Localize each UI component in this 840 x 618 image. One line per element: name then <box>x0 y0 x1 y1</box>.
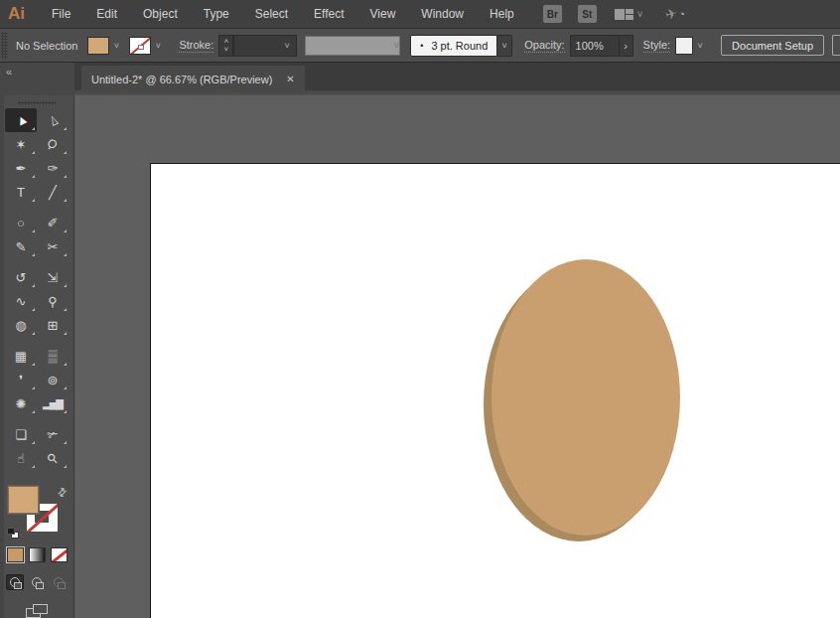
menu-object[interactable]: Object <box>130 7 191 21</box>
symbol-sprayer-tool-icon: ✺ <box>16 396 27 411</box>
screen-mode-icon-front <box>33 604 48 614</box>
brush-chevron-button[interactable]: ˅ <box>497 35 512 57</box>
puppet-warp-tool-icon: ⚲ <box>48 294 58 309</box>
menu-effect[interactable]: Effect <box>301 7 356 21</box>
scissors-tool-icon: ✂ <box>48 239 59 254</box>
blend-tool[interactable]: ⊚ <box>37 368 69 391</box>
menu-edit[interactable]: Edit <box>83 7 130 21</box>
mesh-tool-icon: ▦ <box>15 349 27 364</box>
curvature-tool[interactable]: ✑ <box>37 156 69 180</box>
style-label[interactable]: Style: <box>643 39 671 53</box>
width-profile-dropdown: ˅ <box>305 36 400 56</box>
perspective-grid-tool-icon: ⊞ <box>48 318 59 333</box>
menu-view[interactable]: View <box>357 7 409 21</box>
arrange-documents-chevron-icon[interactable]: ˅ <box>637 9 643 20</box>
style-chevron-icon[interactable]: ˅ <box>693 37 707 55</box>
drawing-modes-row <box>6 574 68 590</box>
menu-type[interactable]: Type <box>191 7 242 21</box>
type-tool[interactable]: T <box>5 180 37 204</box>
brush-definition-dropdown[interactable]: • 3 pt. Round <box>410 35 497 57</box>
menu-window[interactable]: Window <box>408 7 477 21</box>
opacity-input[interactable]: 100% <box>570 35 620 57</box>
screen-mode-button[interactable] <box>26 604 48 618</box>
draw-behind-icon <box>32 577 42 587</box>
blend-tool-icon: ⊚ <box>48 373 59 387</box>
preferences-button-partial[interactable] <box>832 35 840 56</box>
shape-builder-tool[interactable]: ◍ <box>5 313 37 337</box>
draw-normal-button[interactable] <box>6 574 24 590</box>
document-tab[interactable]: Untitled-2* @ 66.67% (RGB/Preview) ✕ <box>81 66 305 92</box>
stroke-weight-label[interactable]: Stroke: <box>179 39 213 53</box>
tools-panel-grip[interactable] <box>18 101 56 104</box>
opacity-options-button[interactable]: › <box>620 35 633 57</box>
lasso-tool[interactable]: Ϙ <box>37 132 69 156</box>
artboard[interactable] <box>150 163 840 618</box>
paintbrush-tool[interactable]: ✐ <box>37 211 69 234</box>
line-segment-tool[interactable]: ╱ <box>37 180 69 204</box>
draw-behind-button[interactable] <box>28 574 46 590</box>
tab-close-icon[interactable]: ✕ <box>286 74 294 84</box>
opacity-arrow-icon: › <box>624 40 628 52</box>
stroke-color-dropdown-swatch[interactable] <box>129 37 151 55</box>
adobe-stock-button[interactable]: St <box>578 5 597 23</box>
tool-dock-header: « <box>0 63 74 95</box>
scale-tool[interactable]: ⇲ <box>37 265 69 289</box>
scissors-tool[interactable]: ✂ <box>37 234 69 258</box>
none-button[interactable] <box>51 547 68 562</box>
column-graph-tool[interactable]: ▂▅▇ <box>37 391 69 415</box>
swap-fill-stroke-icon[interactable]: ⇄ <box>55 485 70 501</box>
direct-selection-tool[interactable]: ▻ <box>37 108 69 132</box>
gradient-tool[interactable]: ▒ <box>37 344 69 368</box>
mesh-tool[interactable]: ▦ <box>5 344 37 368</box>
style-swatch[interactable] <box>675 37 693 55</box>
control-bar: No Selection ˅ ˅ Stroke: ˄ ˅ ˅ ˅ • 3 pt.… <box>0 29 840 63</box>
arrange-documents-icon[interactable] <box>615 9 633 20</box>
stroke-weight-stepper[interactable]: ˄ ˅ <box>218 35 233 57</box>
gradient-button[interactable] <box>29 547 46 562</box>
stroke-weight-chevron-icon[interactable]: ˅ <box>280 37 294 55</box>
stroke-chevron-icon[interactable]: ˅ <box>151 37 165 55</box>
puppet-warp-tool[interactable]: ⚲ <box>37 289 69 313</box>
line-segment-tool-icon: ╱ <box>49 185 57 200</box>
magic-wand-tool[interactable]: ✶ <box>5 132 37 156</box>
zoom-tool-icon: ⚲ <box>44 450 61 467</box>
dock-edge <box>0 95 4 618</box>
stepper-down-icon[interactable]: ˅ <box>223 46 228 54</box>
perspective-grid-tool[interactable]: ⊞ <box>37 313 69 337</box>
zoom-tool[interactable]: ⚲ <box>37 446 69 470</box>
fill-chevron-icon[interactable]: ˅ <box>109 37 123 55</box>
shaper-tool[interactable]: ✎ <box>5 234 37 258</box>
ellipse-tool[interactable]: ○ <box>5 211 37 234</box>
ellipse-shape[interactable] <box>491 259 680 536</box>
workspace: ► ▻ ✶ Ϙ ✒ ✑ T ╱ ○ ✐ ✎ ✂ <box>0 95 840 618</box>
width-tool[interactable]: ∿ <box>5 289 37 313</box>
stroke-weight-dropdown[interactable]: ˅ <box>233 35 297 57</box>
go-to-bridge-button[interactable]: Br <box>543 5 562 23</box>
fill-swatch[interactable] <box>8 486 39 514</box>
hand-tool[interactable]: ☝ <box>5 446 37 470</box>
selection-tool[interactable]: ► <box>5 108 37 132</box>
fill-color-dropdown-swatch[interactable] <box>87 37 109 55</box>
eyedropper-tool[interactable]: ❜ <box>5 368 37 391</box>
collapse-panel-icon[interactable]: « <box>6 66 11 77</box>
color-mode-row <box>7 547 68 562</box>
pen-tool[interactable]: ✒ <box>5 156 37 180</box>
rocket-icon: ✈ <box>663 5 678 23</box>
artboard-tool[interactable]: ❏ <box>5 422 37 446</box>
menu-select[interactable]: Select <box>242 7 301 21</box>
menu-file[interactable]: File <box>39 7 83 21</box>
color-button[interactable] <box>7 547 24 562</box>
symbol-sprayer-tool[interactable]: ✺ <box>5 391 37 415</box>
gradient-tool-icon: ▒ <box>48 349 57 364</box>
default-fill-stroke-button[interactable] <box>7 528 19 539</box>
menu-help[interactable]: Help <box>477 7 527 21</box>
rotate-tool[interactable]: ↺ <box>5 265 37 289</box>
slice-tool[interactable]: ✃ <box>37 422 69 446</box>
opacity-label[interactable]: Opacity: <box>524 39 564 53</box>
eyedropper-tool-icon: ❜ <box>19 373 23 387</box>
gpu-performance-icon[interactable]: ✈ ◔ <box>665 6 685 22</box>
control-bar-grip[interactable] <box>1 32 8 60</box>
document-setup-button[interactable]: Document Setup <box>721 35 824 56</box>
canvas-pasteboard[interactable] <box>74 95 840 618</box>
draw-inside-button[interactable] <box>50 574 68 590</box>
